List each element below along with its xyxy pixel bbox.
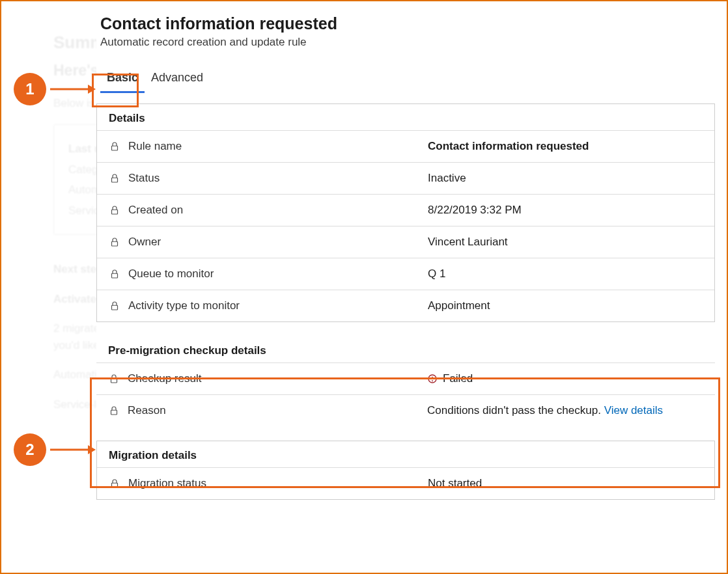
field-migration-status: Migration status Not started [97,467,714,499]
lock-icon [109,300,120,312]
svg-rect-2 [112,210,118,214]
reason-value: Conditions didn't pass the checkup. View… [427,404,703,417]
callout-1: 1 [14,73,96,105]
svg-rect-11 [112,483,118,487]
lock-icon [109,172,120,184]
svg-marker-13 [88,85,96,94]
error-icon [427,374,438,384]
migration-section: Migration details Migration status Not s… [96,441,715,500]
svg-rect-5 [112,305,118,310]
lock-icon [109,268,120,280]
lock-icon [109,478,120,489]
checkup-result-label: Checkup result [128,372,427,385]
lock-icon [109,236,120,248]
reason-text: Conditions didn't pass the checkup. [427,404,604,417]
activity-type-label: Activity type to monitor [128,299,428,312]
field-owner: Owner Vincent Lauriant [97,226,714,258]
field-reason: Reason Conditions didn't pass the checku… [96,394,715,426]
migration-status-label: Migration status [128,477,428,490]
field-rule-name: Rule name Contact information requested [97,130,714,162]
field-status: Status Inactive [97,162,714,194]
status-label: Status [128,172,428,185]
migration-header: Migration details [97,441,714,467]
queue-value: Q 1 [428,267,703,280]
svg-rect-6 [111,378,117,383]
svg-marker-15 [88,445,96,454]
created-on-label: Created on [128,204,428,217]
lock-icon [108,405,120,417]
premigration-section: Pre-migration checkup details Checkup re… [96,336,715,426]
migration-status-value: Not started [428,477,703,490]
field-queue: Queue to monitor Q 1 [97,258,714,290]
svg-point-9 [432,381,433,381]
checkup-result-text: Failed [443,372,473,385]
premigration-header: Pre-migration checkup details [96,336,715,362]
rule-name-value: Contact information requested [428,140,703,153]
checkup-result-value: Failed [427,372,703,385]
rule-name-label: Rule name [128,140,428,153]
queue-label: Queue to monitor [128,267,428,280]
field-checkup-result: Checkup result Failed [96,362,715,394]
reason-label: Reason [128,404,427,417]
svg-rect-4 [112,273,118,278]
field-created-on: Created on 8/22/2019 3:32 PM [97,194,714,226]
callout-2: 2 [14,433,96,466]
details-header: Details [97,104,714,130]
page-subtitle: Automatic record creation and update rul… [100,36,715,49]
owner-value: Vincent Lauriant [428,236,703,249]
activity-type-value: Appointment [428,299,703,312]
callout-badge-1: 1 [14,73,46,105]
arrow-icon [50,83,96,96]
created-on-value: 8/22/2019 3:32 PM [428,204,703,217]
lock-icon [109,141,120,152]
field-activity-type: Activity type to monitor Appointment [97,290,714,321]
arrow-icon [50,443,96,456]
svg-rect-3 [112,241,118,246]
svg-rect-10 [111,410,117,415]
details-section: Details Rule name Contact information re… [96,103,715,322]
tab-basic[interactable]: Basic [100,67,145,93]
tab-advanced[interactable]: Advanced [145,67,210,93]
rule-detail-pane: Contact information requested Automatic … [96,1,715,573]
svg-rect-1 [112,178,118,182]
callout-badge-2: 2 [14,433,46,466]
tab-list: Basic Advanced [100,67,715,93]
lock-icon [108,373,120,385]
status-value: Inactive [428,172,703,185]
page-title: Contact information requested [100,14,715,33]
lock-icon [109,204,120,216]
owner-label: Owner [128,236,428,249]
view-details-link[interactable]: View details [604,404,663,417]
svg-rect-0 [112,146,118,150]
